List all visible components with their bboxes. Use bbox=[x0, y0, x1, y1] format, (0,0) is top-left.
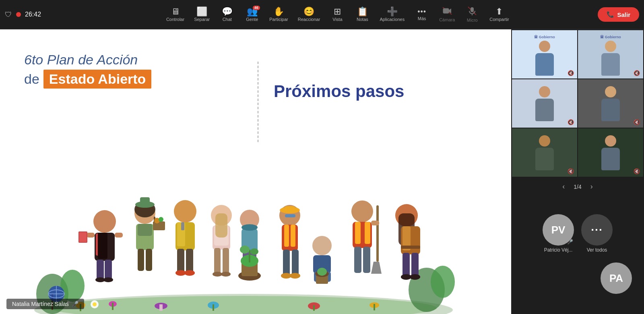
topbar: 🛡 26:42 🖥 Controlar ⬜ Separar 💬 Chat 👥46… bbox=[0, 0, 644, 29]
svg-rect-69 bbox=[284, 225, 289, 247]
svg-rect-106 bbox=[159, 304, 163, 311]
mic-muted-icon-1: 🔇 bbox=[568, 70, 574, 76]
participant-thumb-3: 🔇 bbox=[512, 79, 577, 128]
svg-rect-19 bbox=[87, 233, 95, 238]
separar-button[interactable]: ⬜ Separar bbox=[190, 5, 214, 24]
avatar-wrap-dots[interactable]: ··· bbox=[581, 214, 613, 246]
compartir-label: Compartir bbox=[489, 17, 509, 22]
chat-icon: 💬 bbox=[222, 7, 233, 16]
aplicaciones-icon: ➕ bbox=[387, 7, 398, 16]
compartir-icon: ⬆ bbox=[495, 7, 503, 16]
controlar-label: Controlar bbox=[166, 17, 184, 22]
mic-muted-icon-6: 🔇 bbox=[634, 168, 640, 174]
svg-rect-66 bbox=[285, 206, 295, 212]
svg-rect-95 bbox=[402, 253, 410, 277]
avatar-dots[interactable]: ··· bbox=[581, 214, 613, 246]
svg-rect-39 bbox=[177, 249, 184, 273]
illustration-area bbox=[0, 113, 511, 314]
prev-page-button[interactable]: ‹ bbox=[560, 182, 567, 192]
mic-muted-icon-2: 🔇 bbox=[634, 70, 640, 76]
avatar-wrap-pv: PV 🎤 bbox=[543, 214, 574, 246]
svg-rect-84 bbox=[355, 222, 361, 244]
slide-title-bottom: de Estado Abierto bbox=[24, 70, 151, 89]
salir-button[interactable]: 📞 Salir bbox=[598, 7, 639, 22]
notas-icon: 📋 bbox=[357, 7, 368, 16]
reaccionar-label: Reaccionar bbox=[298, 17, 320, 22]
reaccionar-button[interactable]: 😊 Reaccionar bbox=[294, 5, 324, 24]
svg-rect-94 bbox=[401, 246, 420, 249]
patricio-name: Patricio Véj... bbox=[544, 247, 573, 253]
svg-rect-16 bbox=[105, 260, 112, 280]
mic-muted-icon-3: 🔇 bbox=[568, 119, 574, 125]
micro-button[interactable]: Micro bbox=[460, 4, 484, 25]
participant-ver-todos[interactable]: ··· Ver todos bbox=[581, 214, 613, 253]
person-silhouette-6 bbox=[601, 135, 620, 170]
svg-point-42 bbox=[184, 270, 195, 276]
mic-muted-icon-4: 🔇 bbox=[634, 119, 640, 125]
svg-rect-38 bbox=[181, 222, 184, 230]
participar-button[interactable]: ✋ Participar bbox=[265, 5, 292, 24]
participant-thumb-6: 🔇 bbox=[578, 128, 643, 177]
inst-logo-1: 🏛 Gobierno bbox=[533, 33, 557, 41]
slide-de: de bbox=[24, 71, 39, 87]
camara-icon bbox=[442, 7, 452, 17]
participant-pa: PA bbox=[601, 262, 632, 294]
avatar-pv-initials: PV bbox=[551, 224, 566, 236]
svg-rect-96 bbox=[411, 253, 419, 277]
svg-point-74 bbox=[290, 273, 300, 279]
svg-point-112 bbox=[93, 302, 97, 306]
avatar-dots-label: ··· bbox=[591, 223, 603, 236]
aplicaciones-label: Aplicaciones bbox=[380, 17, 405, 22]
vista-button[interactable]: ⊞ Vista bbox=[326, 5, 349, 24]
svg-rect-31 bbox=[153, 221, 165, 230]
svg-rect-46 bbox=[215, 213, 227, 238]
participant-thumb-5: 🔇 bbox=[512, 128, 577, 177]
aplicaciones-button[interactable]: ➕ Aplicaciones bbox=[376, 5, 409, 24]
next-page-button[interactable]: › bbox=[588, 182, 595, 192]
svg-rect-40 bbox=[186, 249, 193, 273]
page-indicator: 1/4 bbox=[574, 184, 581, 190]
mas-button[interactable]: ••• Más bbox=[410, 6, 433, 23]
svg-rect-30 bbox=[140, 197, 150, 205]
compartir-button[interactable]: ⬆ Compartir bbox=[485, 5, 513, 24]
notas-label: Notas bbox=[357, 17, 368, 22]
camara-button[interactable]: Cámara bbox=[435, 4, 459, 25]
controlar-button[interactable]: 🖥 Controlar bbox=[162, 5, 188, 24]
svg-point-53 bbox=[242, 224, 258, 231]
controlar-icon: 🖥 bbox=[171, 7, 180, 16]
participant-thumb-4: 🔇 bbox=[578, 79, 643, 128]
slide-content: 6to Plan de Acción de Estado Abierto Pró… bbox=[0, 29, 511, 314]
svg-rect-61 bbox=[249, 250, 250, 262]
person-silhouette-2 bbox=[601, 41, 620, 76]
slide-estado-abierto: Estado Abierto bbox=[43, 70, 152, 89]
bottom-participants: PV 🎤 Patricio Véj... ··· Ver todos bbox=[511, 194, 644, 314]
right-sidebar: 🏛 Gobierno 🔇 🏛 Gobierno 🔇 bbox=[511, 29, 644, 314]
svg-rect-48 bbox=[223, 248, 229, 274]
chat-button[interactable]: 💬 Chat bbox=[215, 5, 239, 24]
people-count: 46 bbox=[253, 6, 260, 10]
slide-title-block: 6to Plan de Acción de Estado Abierto bbox=[24, 52, 151, 89]
slide-title-top: 6to Plan de Acción bbox=[24, 52, 151, 68]
presenter-mic-icon: 🎤 bbox=[72, 301, 78, 307]
svg-rect-86 bbox=[354, 247, 361, 273]
person-silhouette-5 bbox=[535, 135, 554, 170]
main-content: 6to Plan de Acción de Estado Abierto Pró… bbox=[0, 29, 644, 314]
vista-label: Vista bbox=[332, 17, 342, 22]
notas-button[interactable]: 📋 Notas bbox=[351, 5, 374, 24]
svg-rect-110 bbox=[313, 305, 315, 311]
svg-point-81 bbox=[317, 268, 327, 276]
svg-rect-47 bbox=[214, 248, 221, 274]
gente-button[interactable]: 👥46 Gente bbox=[240, 5, 264, 24]
participant-thumb-2: 🏛 Gobierno 🔇 bbox=[578, 30, 643, 78]
svg-rect-71 bbox=[283, 250, 290, 276]
svg-rect-88 bbox=[376, 205, 379, 262]
gente-icon: 👥46 bbox=[247, 7, 258, 16]
svg-point-98 bbox=[410, 274, 420, 280]
reaccionar-icon: 😊 bbox=[303, 7, 314, 16]
ver-todos-label: Ver todos bbox=[587, 247, 607, 253]
chat-label: Chat bbox=[223, 17, 232, 22]
svg-rect-85 bbox=[365, 222, 370, 244]
svg-rect-108 bbox=[374, 304, 375, 310]
svg-rect-2 bbox=[471, 7, 474, 12]
svg-point-18 bbox=[103, 277, 113, 282]
